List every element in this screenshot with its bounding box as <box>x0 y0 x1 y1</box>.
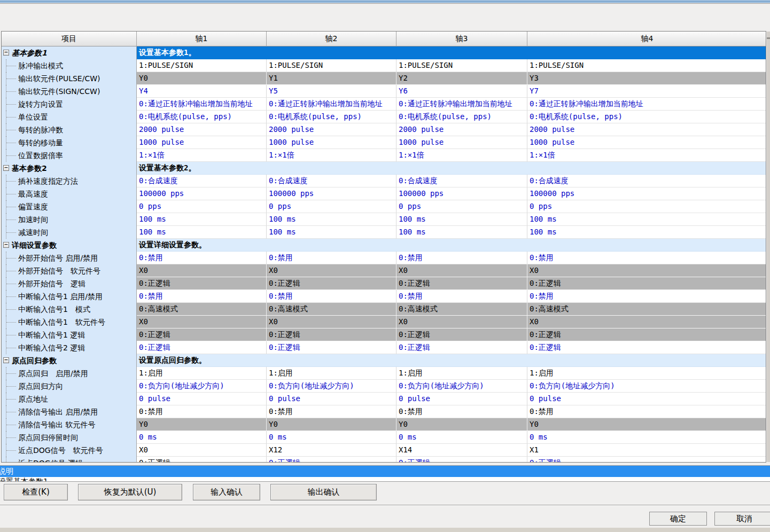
param-cell[interactable]: 0:禁用 <box>396 252 527 264</box>
param-cell[interactable]: 0:负方向(地址减少方向) <box>267 380 396 393</box>
tree-item-label[interactable]: 原点回归 启用/禁用 <box>2 367 137 380</box>
scrollbar-thumb[interactable] <box>767 37 770 39</box>
param-cell[interactable]: 0:正逻辑 <box>137 457 267 462</box>
param-cell[interactable]: 1:×1倍 <box>267 149 396 162</box>
param-cell[interactable]: 0:禁用 <box>527 252 766 264</box>
param-cell[interactable]: 0:正逻辑 <box>267 328 396 341</box>
tree-item-label[interactable]: 每转的脉冲数 <box>2 123 137 136</box>
tree-item-label[interactable]: 加速时间 <box>2 213 137 226</box>
tree-section-row[interactable]: −基本参数2 <box>2 162 137 175</box>
param-cell[interactable]: 0:禁用 <box>137 290 267 303</box>
tree-item-label[interactable]: 原点地址 <box>2 393 137 405</box>
param-cell[interactable]: Y0 <box>137 72 267 85</box>
param-cell[interactable]: 100000 pps <box>137 187 267 200</box>
param-cell[interactable]: 0 pulse <box>396 393 527 405</box>
param-cell[interactable]: 0:正逻辑 <box>137 328 267 341</box>
param-cell[interactable]: X0 <box>396 264 527 277</box>
restore-default-button[interactable]: 恢复为默认(U) <box>78 484 182 500</box>
tree-item-label[interactable]: 最高速度 <box>2 187 137 200</box>
param-cell[interactable]: X0 <box>527 316 766 328</box>
tree-collapse-icon[interactable]: − <box>3 242 9 248</box>
section-description-cell[interactable]: 设置基本参数2。 <box>137 162 766 175</box>
param-cell[interactable]: 100 ms <box>137 226 267 239</box>
param-cell[interactable]: 0 ms <box>527 431 766 444</box>
tree-item-label[interactable]: 原点回归停留时间 <box>2 431 137 444</box>
param-cell[interactable]: X0 <box>137 316 267 328</box>
param-cell[interactable]: 0:正逻辑 <box>527 457 766 462</box>
tree-item-label[interactable]: 中断输入信号1 软元件号 <box>2 316 137 328</box>
param-cell[interactable]: 0:电机系统(pulse, pps) <box>137 111 267 123</box>
param-cell[interactable]: 0 pulse <box>137 393 267 405</box>
param-cell[interactable]: X1 <box>527 444 766 457</box>
param-cell[interactable]: 1:×1倍 <box>137 149 267 162</box>
param-cell[interactable]: 0:高速模式 <box>396 303 527 316</box>
param-cell[interactable]: Y0 <box>396 418 527 431</box>
check-button[interactable]: 检查(K) <box>4 484 68 500</box>
section-description-cell[interactable]: 设置详细设置参数。 <box>137 239 766 252</box>
tree-item-label[interactable]: 近点DOG信号 软元件号 <box>2 444 137 457</box>
param-cell[interactable]: 100 ms <box>527 226 766 239</box>
param-cell[interactable]: 0:合成速度 <box>137 175 267 187</box>
param-cell[interactable]: 0:正逻辑 <box>137 277 267 290</box>
tree-item-label[interactable]: 中断输入信号1 逻辑 <box>2 328 137 341</box>
param-cell[interactable]: 0:合成速度 <box>267 175 396 187</box>
param-cell[interactable]: 0 ms <box>137 431 267 444</box>
tree-item-label[interactable]: 输出软元件(PULSE/CW) <box>2 72 137 85</box>
param-cell[interactable]: 0:合成速度 <box>527 175 766 187</box>
param-cell[interactable]: Y0 <box>527 418 766 431</box>
param-cell[interactable]: 0:正逻辑 <box>267 341 396 354</box>
param-cell[interactable]: 0:通过正转脉冲输出增加当前地址 <box>137 98 267 111</box>
param-cell[interactable]: 1:PULSE/SIGN <box>137 59 267 72</box>
param-cell[interactable]: 0:通过正转脉冲输出增加当前地址 <box>396 98 527 111</box>
tree-item-label[interactable]: 清除信号输出 启用/禁用 <box>2 405 137 418</box>
param-cell[interactable]: 0:负方向(地址减少方向) <box>137 380 267 393</box>
param-cell[interactable]: Y3 <box>527 72 766 85</box>
param-cell[interactable]: 0 pps <box>137 200 267 213</box>
param-cell[interactable]: X0 <box>396 316 527 328</box>
tree-section-row[interactable]: −原点回归参数 <box>2 354 137 367</box>
section-description-cell[interactable]: 设置原点回归参数。 <box>137 354 766 367</box>
param-cell[interactable]: 2000 pulse <box>396 123 527 136</box>
param-cell[interactable]: X0 <box>527 264 766 277</box>
param-cell[interactable]: Y4 <box>137 85 267 98</box>
param-cell[interactable]: 2000 pulse <box>137 123 267 136</box>
param-cell[interactable]: 1000 pulse <box>527 136 766 149</box>
tree-collapse-icon[interactable]: − <box>3 357 9 363</box>
param-cell[interactable]: 0:负方向(地址减少方向) <box>396 380 527 393</box>
param-cell[interactable]: 100000 pps <box>396 187 527 200</box>
tree-item-label[interactable]: 外部开始信号 逻辑 <box>2 277 137 290</box>
tree-item-label[interactable]: 外部开始信号 启用/禁用 <box>2 252 137 264</box>
vertical-scrollbar[interactable] <box>767 32 770 462</box>
param-cell[interactable]: 100 ms <box>396 213 527 226</box>
param-cell[interactable]: 1:PULSE/SIGN <box>396 59 527 72</box>
param-cell[interactable]: 0:正逻辑 <box>396 277 527 290</box>
param-cell[interactable]: X14 <box>396 444 527 457</box>
tree-item-label[interactable]: 中断输入信号2 逻辑 <box>2 341 137 354</box>
param-cell[interactable]: 2000 pulse <box>267 123 396 136</box>
param-cell[interactable]: 0:禁用 <box>396 290 527 303</box>
param-cell[interactable]: 0:禁用 <box>137 252 267 264</box>
param-cell[interactable]: 0:禁用 <box>396 405 527 418</box>
tree-item-label[interactable]: 脉冲输出模式 <box>2 59 137 72</box>
param-cell[interactable]: 0:禁用 <box>527 290 766 303</box>
param-cell[interactable]: Y6 <box>396 85 527 98</box>
param-cell[interactable]: 100000 pps <box>267 187 396 200</box>
tree-item-label[interactable]: 偏置速度 <box>2 200 137 213</box>
param-cell[interactable]: 1:启用 <box>267 367 396 380</box>
param-cell[interactable]: 0 pps <box>396 200 527 213</box>
param-cell[interactable]: 0:正逻辑 <box>396 341 527 354</box>
param-cell[interactable]: Y5 <box>267 85 396 98</box>
param-cell[interactable]: 100 ms <box>267 226 396 239</box>
ok-button[interactable]: 确定 <box>649 512 707 526</box>
param-cell[interactable]: Y7 <box>527 85 766 98</box>
param-cell[interactable]: 0:禁用 <box>267 252 396 264</box>
param-cell[interactable]: X0 <box>267 264 396 277</box>
param-cell[interactable]: 0 pulse <box>527 393 766 405</box>
param-cell[interactable]: 0:通过正转脉冲输出增加当前地址 <box>267 98 396 111</box>
param-cell[interactable]: 1:启用 <box>527 367 766 380</box>
param-cell[interactable]: 0:高速模式 <box>527 303 766 316</box>
param-cell[interactable]: 0 ms <box>267 431 396 444</box>
param-cell[interactable]: 0:禁用 <box>137 405 267 418</box>
param-cell[interactable]: 0:高速模式 <box>137 303 267 316</box>
tree-item-label[interactable]: 中断输入信号1 模式 <box>2 303 137 316</box>
